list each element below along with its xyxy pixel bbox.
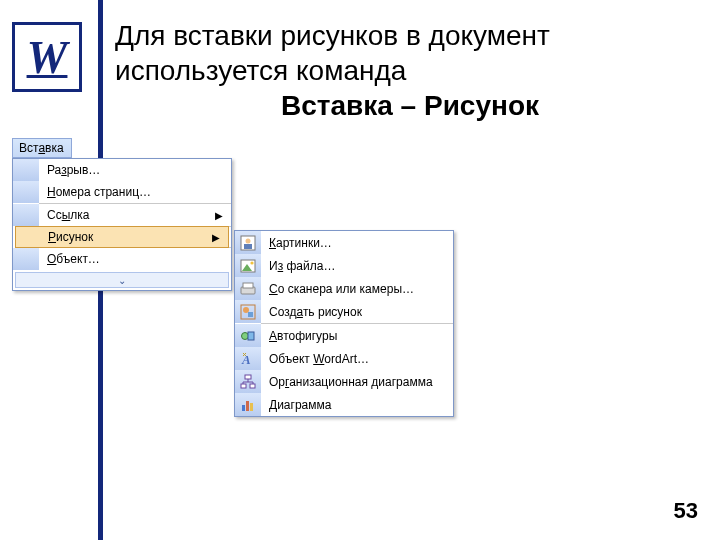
svg-text:A: A <box>241 352 251 367</box>
submenu-item-wordart[interactable]: A Объект WordArt… <box>235 347 453 370</box>
menu-item-page-numbers[interactable]: Номера страниц… <box>13 181 231 203</box>
svg-point-1 <box>246 238 251 243</box>
word-logo: W <box>12 22 82 92</box>
submenu-arrow-icon: ▶ <box>212 232 228 243</box>
heading-line-1: Для вставки рисунков в документ <box>115 18 705 53</box>
svg-point-11 <box>242 332 249 339</box>
org-chart-icon <box>235 370 261 393</box>
submenu-arrow-icon: ▶ <box>215 210 231 221</box>
submenu-item-from-file[interactable]: Из файла… <box>235 254 453 277</box>
svg-rect-15 <box>241 384 246 388</box>
menu-button-insert[interactable]: Вставка <box>12 138 72 158</box>
clipart-icon <box>235 231 261 254</box>
svg-rect-2 <box>244 244 252 249</box>
insert-menu: Разрыв… Номера страниц… Ссылка ▶ Рисунок… <box>12 158 232 291</box>
svg-rect-16 <box>250 384 255 388</box>
slide-heading: Для вставки рисунков в документ использу… <box>115 18 705 123</box>
autoshapes-icon <box>235 324 261 347</box>
svg-rect-18 <box>246 401 249 411</box>
menu-icon-placeholder <box>13 159 39 181</box>
submenu-item-org-chart[interactable]: Организационная диаграмма <box>235 370 453 393</box>
svg-rect-17 <box>242 405 245 411</box>
menu-item-picture[interactable]: Рисунок ▶ <box>15 226 229 248</box>
svg-rect-14 <box>245 375 251 379</box>
menu-icon-placeholder <box>13 181 39 203</box>
drawing-icon <box>235 300 261 323</box>
menu-icon-placeholder <box>16 227 40 247</box>
page-number: 53 <box>674 498 698 524</box>
menu-item-object[interactable]: Объект… <box>13 248 231 270</box>
svg-rect-19 <box>250 403 253 411</box>
image-file-icon <box>235 254 261 277</box>
scanner-icon <box>235 277 261 300</box>
picture-submenu: Картинки… Из файла… Со сканера или камер… <box>234 230 454 417</box>
submenu-item-new-drawing[interactable]: Создать рисунок <box>235 300 453 323</box>
svg-rect-10 <box>248 312 253 317</box>
svg-rect-7 <box>243 283 253 288</box>
chevron-down-icon: ⌄ <box>118 275 126 286</box>
submenu-item-clipart[interactable]: Картинки… <box>235 231 453 254</box>
svg-rect-12 <box>248 332 254 340</box>
submenu-item-autoshapes[interactable]: Автофигуры <box>235 324 453 347</box>
submenu-item-chart[interactable]: Диаграмма <box>235 393 453 416</box>
chart-icon <box>235 393 261 416</box>
submenu-item-scanner[interactable]: Со сканера или камеры… <box>235 277 453 300</box>
menu-expand-button[interactable]: ⌄ <box>15 272 229 288</box>
heading-line-3: Вставка – Рисунок <box>115 88 705 123</box>
menu-item-reference[interactable]: Ссылка ▶ <box>13 204 231 226</box>
svg-point-5 <box>250 261 253 264</box>
word-logo-letter: W <box>27 31 68 84</box>
menu-icon-placeholder <box>13 204 39 226</box>
menu-item-break[interactable]: Разрыв… <box>13 159 231 181</box>
wordart-icon: A <box>235 347 261 370</box>
menu-icon-placeholder <box>13 248 39 270</box>
menu-area: Вставка Разрыв… Номера страниц… Ссылка ▶… <box>12 138 232 291</box>
heading-line-2: используется команда <box>115 53 705 88</box>
